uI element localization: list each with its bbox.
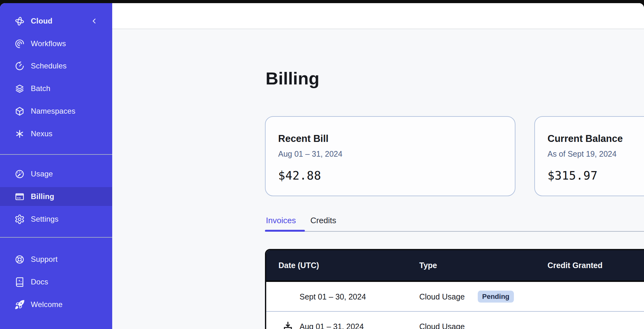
temporal-orbit-icon — [14, 16, 25, 26]
cube-icon — [14, 106, 25, 116]
current-balance-card: Current Balance As of Sept 19, 2024 $315… — [534, 116, 644, 196]
sidebar-item-label: Welcome — [31, 300, 63, 309]
type-cell: Cloud Usage — [419, 292, 465, 301]
timer-icon — [14, 61, 25, 71]
rocket-icon — [14, 299, 25, 310]
type-cell: Cloud Usage — [419, 322, 465, 329]
table-row: Aug 01 – 31, 2024 Cloud Usage — [266, 312, 644, 329]
sidebar-item-label: Billing — [31, 192, 54, 201]
card-amount: $42.88 — [278, 169, 502, 182]
tab-invoices[interactable]: Invoices — [266, 216, 296, 225]
download-icon — [282, 321, 294, 329]
sidebar-item-label: Docs — [31, 278, 48, 286]
status-badge: Pending — [478, 290, 514, 302]
column-header-type: Type — [419, 261, 437, 270]
sidebar-header-cloud[interactable]: Cloud — [0, 12, 112, 30]
sidebar-item-batch[interactable]: Batch — [0, 79, 112, 98]
sidebar: Cloud Workflows — [0, 3, 112, 329]
active-tab-indicator — [265, 230, 305, 232]
book-sparkle-icon — [14, 277, 25, 287]
date-cell: Aug 01 – 31, 2024 — [300, 322, 364, 329]
download-invoice-button[interactable] — [282, 321, 294, 329]
card-subtitle: As of Sept 19, 2024 — [548, 149, 644, 159]
gear-icon — [14, 214, 25, 224]
sidebar-item-support[interactable]: Support — [0, 250, 112, 269]
sidebar-item-label: Nexus — [31, 129, 52, 138]
sidebar-item-namespaces[interactable]: Namespaces — [0, 102, 112, 121]
invoices-table: Date (UTC) Type Credit Granted Sept 01 –… — [265, 249, 644, 329]
gauge-icon — [14, 169, 25, 179]
workflows-spiral-icon — [14, 39, 25, 49]
content-area: Billing Recent Bill Aug 01 – 31, 2024 $4… — [112, 3, 644, 329]
sidebar-item-nexus[interactable]: Nexus — [0, 124, 112, 143]
recent-bill-card: Recent Bill Aug 01 – 31, 2024 $42.88 — [265, 116, 515, 196]
sidebar-item-usage[interactable]: Usage — [0, 164, 112, 183]
tab-credits[interactable]: Credits — [310, 216, 336, 225]
sidebar-item-label: Support — [31, 255, 58, 264]
card-title: Current Balance — [548, 133, 644, 144]
chevron-left-icon — [90, 17, 98, 25]
sidebar-item-label: Namespaces — [31, 107, 75, 116]
sidebar-divider — [0, 237, 112, 238]
sidebar-item-welcome[interactable]: Welcome — [0, 295, 112, 314]
sidebar-divider — [0, 154, 112, 155]
main-panel: Billing Recent Bill Aug 01 – 31, 2024 $4… — [112, 29, 644, 329]
card-subtitle: Aug 01 – 31, 2024 — [278, 149, 502, 159]
sidebar-item-label: Schedules — [31, 62, 67, 70]
card-title: Recent Bill — [278, 133, 502, 144]
billing-tabs: Invoices Credits — [266, 216, 336, 225]
sidebar-item-workflows[interactable]: Workflows — [0, 34, 112, 53]
top-bar — [112, 3, 644, 29]
sidebar-item-docs[interactable]: Docs — [0, 272, 112, 291]
column-header-date: Date (UTC) — [278, 261, 319, 270]
app-window: Cloud Workflows — [0, 3, 644, 329]
sidebar-item-label: Batch — [31, 84, 50, 93]
column-header-credit: Credit Granted — [548, 261, 603, 270]
sidebar-collapse-button[interactable] — [89, 16, 100, 26]
card-amount: $315.97 — [548, 169, 644, 182]
sidebar-item-label: Usage — [31, 170, 53, 178]
sidebar-item-settings[interactable]: Settings — [0, 210, 112, 229]
table-row: Sept 01 – 30, 2024 Cloud Usage Pending — [266, 282, 644, 312]
sidebar-item-billing[interactable]: Billing — [0, 187, 112, 206]
billing-card-icon — [14, 191, 25, 202]
layers-icon — [14, 84, 25, 94]
date-cell: Sept 01 – 30, 2024 — [300, 292, 366, 301]
sidebar-item-label: Workflows — [31, 39, 66, 48]
tabs-baseline — [265, 231, 644, 232]
sidebar-item-schedules[interactable]: Schedules — [0, 57, 112, 75]
page-title: Billing — [266, 69, 319, 88]
sidebar-header-label: Cloud — [31, 17, 52, 25]
lifebuoy-icon — [14, 254, 25, 265]
sidebar-item-label: Settings — [31, 215, 58, 224]
asterisk-icon — [14, 129, 25, 139]
table-header-row: Date (UTC) Type Credit Granted — [266, 250, 644, 282]
